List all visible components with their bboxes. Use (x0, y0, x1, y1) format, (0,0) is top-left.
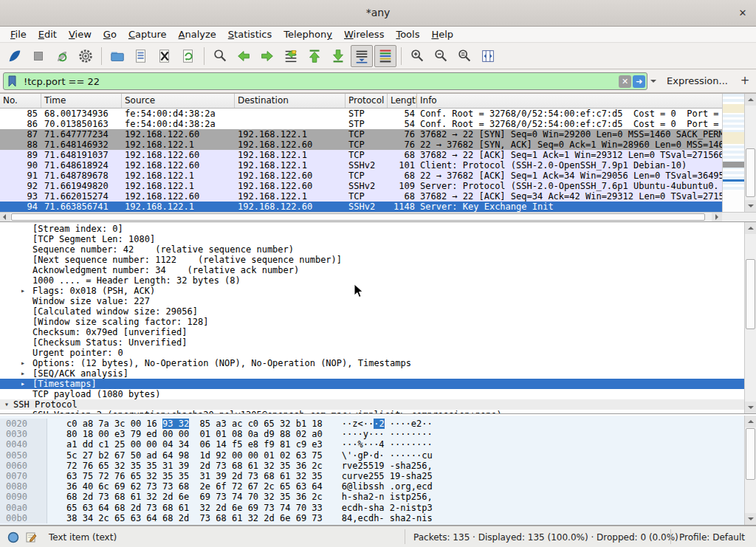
find-packet-button[interactable] (209, 45, 231, 67)
packet-row-91[interactable]: 9171.648789678192.168.122.1192.168.122.6… (0, 171, 722, 181)
packet-row-86[interactable]: 8670.013850163fe:54:00:d4:38:2aSTP54Conf… (0, 119, 722, 129)
zoom-out-button[interactable] (430, 45, 452, 67)
filter-history-dropdown-icon[interactable] (649, 75, 658, 87)
hex-row-0060[interactable]: 006072 76 65 32 35 35 31 39 2d 73 68 61 … (0, 461, 744, 471)
collapsed-arrow-icon[interactable]: ▸ (21, 358, 32, 368)
menu-help[interactable]: Help (425, 27, 459, 41)
hex-row-0090[interactable]: 009068 2d 73 68 61 32 2d 6e 69 73 74 70 … (0, 492, 744, 502)
menu-telephony[interactable]: Telephony (278, 27, 338, 41)
hex-row-0080[interactable]: 008036 40 6c 69 62 73 73 68 2e 6f 72 67 … (0, 481, 744, 492)
collapsed-arrow-icon[interactable]: ▸ (21, 410, 32, 414)
detail-line[interactable]: [TCP Segment Len: 1080] (0, 234, 744, 244)
packet-row-88[interactable]: 8871.648146932192.168.122.1192.168.122.6… (0, 140, 722, 150)
go-first-packet-button[interactable] (303, 45, 326, 67)
scrollbar-thumb[interactable] (11, 213, 705, 221)
column-header-info[interactable]: Info (417, 94, 722, 108)
scroll-right-icon[interactable] (712, 213, 722, 221)
menu-edit[interactable]: Edit (32, 27, 63, 41)
menu-file[interactable]: File (4, 27, 32, 41)
expression-button[interactable]: Expression... (667, 75, 728, 86)
menu-capture[interactable]: Capture (123, 27, 173, 41)
hex-row-0020[interactable]: 0020c0 a8 7a 3c 00 16 93 32 85 a3 ac c0 … (0, 419, 744, 429)
title-bar[interactable]: *any ✕ (0, 0, 756, 27)
filter-apply-icon[interactable]: ➜ (633, 75, 645, 88)
scroll-down-icon[interactable] (745, 200, 756, 212)
restart-capture-button[interactable] (51, 45, 73, 67)
filter-bookmark-icon[interactable] (6, 75, 21, 88)
expert-info-icon[interactable] (7, 531, 19, 546)
hex-vscrollbar[interactable] (744, 416, 756, 525)
go-back-button[interactable] (233, 45, 255, 67)
packet-row-94[interactable]: 9471.663856741192.168.122.1192.168.122.6… (0, 202, 722, 212)
resize-columns-button[interactable] (477, 45, 499, 67)
scroll-down-icon[interactable] (745, 513, 756, 525)
detail-line[interactable]: 1000 .... = Header Length: 32 bytes (8) (0, 275, 744, 286)
status-profile[interactable]: Profile: Default (679, 532, 745, 543)
packet-row-92[interactable]: 9271.661949820192.168.122.1192.168.122.6… (0, 181, 722, 191)
detail-line[interactable]: ▸Flags: 0x018 (PSH, ACK) (0, 286, 744, 296)
menu-analyze[interactable]: Analyze (173, 27, 222, 41)
scroll-up-icon[interactable] (745, 94, 756, 106)
packet-minimap[interactable] (722, 94, 744, 212)
filter-clear-icon[interactable]: ✕ (619, 75, 631, 88)
open-file-button[interactable] (106, 45, 128, 67)
zoom-in-button[interactable] (406, 45, 428, 67)
packet-row-85[interactable]: 8568.001734936fe:54:00:d4:38:2aSTP54Conf… (0, 109, 722, 119)
expanded-arrow-icon[interactable]: ▾ (4, 399, 13, 410)
menu-wireless[interactable]: Wireless (338, 27, 390, 41)
capture-comment-icon[interactable] (25, 531, 37, 546)
packet-row-87[interactable]: 8771.647777234192.168.122.60192.168.122.… (0, 129, 722, 140)
detail-line[interactable]: [Next sequence number: 1122 (relative se… (0, 255, 744, 265)
stop-capture-button[interactable] (27, 45, 49, 67)
hex-row-00a0[interactable]: 00a065 63 64 68 2d 73 68 61 32 2d 6e 69 … (0, 503, 744, 513)
hex-row-0050[interactable]: 00505c 27 b2 67 50 ad 64 98 1d 92 00 00 … (0, 450, 744, 461)
scroll-left-icon[interactable] (0, 213, 10, 221)
detail-line[interactable]: [Calculated window size: 29056] (0, 306, 744, 317)
hex-row-0030[interactable]: 003080 18 00 e3 79 ed 00 00 01 01 08 0a … (0, 429, 744, 439)
hex-row-0070[interactable]: 007063 75 72 76 65 32 35 35 31 39 2d 73 … (0, 471, 744, 481)
collapsed-arrow-icon[interactable]: ▸ (21, 368, 32, 379)
go-last-packet-button[interactable] (327, 45, 349, 67)
hex-row-00b0[interactable]: 00b038 34 2c 65 63 64 68 2d 73 68 61 32 … (0, 513, 744, 523)
detail-line[interactable]: TCP payload (1080 bytes) (0, 389, 744, 399)
menu-statistics[interactable]: Statistics (222, 27, 278, 41)
go-to-packet-button[interactable] (280, 45, 302, 67)
scrollbar-thumb[interactable] (746, 148, 755, 197)
detail-line[interactable]: Acknowledgment number: 34 (relative ack … (0, 265, 744, 275)
detail-line[interactable]: ▸SSH Version 2 (encryption:chacha20-poly… (0, 410, 744, 414)
detail-line[interactable]: Window size value: 227 (0, 296, 744, 306)
reload-file-button[interactable] (177, 45, 199, 67)
scroll-up-icon[interactable] (745, 416, 756, 427)
colorize-button[interactable] (374, 45, 396, 67)
column-header-destination[interactable]: Destination (235, 94, 346, 108)
detail-line[interactable]: [Checksum Status: Unverified] (0, 337, 744, 348)
detail-line[interactable]: Sequence number: 42 (relative sequence n… (0, 244, 744, 255)
packet-row-90[interactable]: 9071.648618924192.168.122.60192.168.122.… (0, 160, 722, 171)
packet-list-vscrollbar[interactable] (744, 94, 756, 212)
save-file-button[interactable] (130, 45, 152, 67)
detail-line[interactable]: [Stream index: 0] (0, 224, 744, 234)
scrollbar-thumb[interactable] (746, 259, 755, 329)
scrollbar-thumb[interactable] (746, 428, 755, 480)
display-filter-input[interactable] (21, 74, 619, 89)
column-header-protocol[interactable]: Protocol (346, 94, 388, 108)
column-header-time[interactable]: Time (41, 94, 122, 108)
detail-line[interactable]: ▾SSH Protocol (0, 399, 744, 410)
zoom-reset-button[interactable] (453, 45, 475, 67)
go-forward-button[interactable] (256, 45, 278, 67)
menu-tools[interactable]: Tools (390, 27, 425, 41)
detail-line[interactable]: Urgent pointer: 0 (0, 348, 744, 358)
detail-line[interactable]: ▸Options: (12 bytes), No-Operation (NOP)… (0, 358, 744, 368)
collapsed-arrow-icon[interactable]: ▸ (21, 286, 32, 296)
packet-list-header[interactable]: No.TimeSourceDestinationProtocolLengthIn… (0, 94, 722, 109)
display-filter-box[interactable]: ✕ ➜ (3, 72, 647, 90)
details-vscrollbar[interactable] (744, 222, 756, 413)
packet-row-89[interactable]: 8971.648191037192.168.122.60192.168.122.… (0, 150, 722, 160)
add-filter-button[interactable]: + (738, 72, 752, 89)
packet-row-93[interactable]: 9371.662015274192.168.122.60192.168.122.… (0, 191, 722, 202)
detail-line[interactable]: [Window size scaling factor: 128] (0, 317, 744, 327)
start-capture-button[interactable] (4, 45, 26, 67)
detail-line[interactable]: ▸[SEQ/ACK analysis] (0, 368, 744, 379)
detail-line[interactable]: ▸[Timestamps] (0, 379, 744, 389)
packet-list-hscrollbar[interactable] (0, 212, 722, 221)
